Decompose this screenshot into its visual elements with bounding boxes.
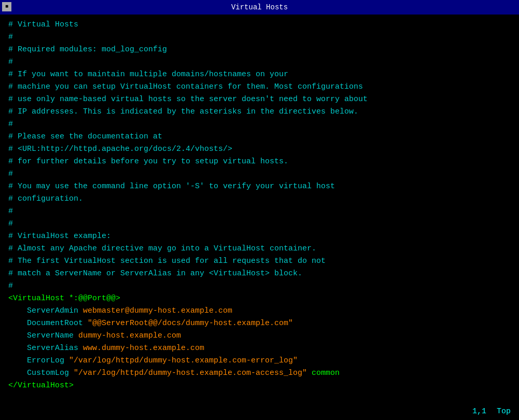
title-bar: ■ Virtual Hosts: [0, 0, 519, 15]
editor-line: ServerAlias www.dummy-host.example.com: [8, 342, 511, 355]
status-scroll: Top: [497, 405, 511, 418]
editor-line: #: [8, 205, 511, 218]
editor-line: #: [8, 168, 511, 180]
editor-line: # machine you can setup VirtualHost cont…: [8, 81, 511, 93]
editor-line: # Almost any Apache directive may go int…: [8, 243, 511, 255]
editor-line: # match a ServerName or ServerAlias in a…: [8, 268, 511, 280]
editor-line: # IP addresses. This is indicated by the…: [8, 106, 511, 118]
editor-line: #: [8, 31, 511, 44]
editor-line: </VirtualHost>: [8, 380, 511, 392]
editor-line: #: [8, 218, 511, 230]
editor-line: # The first VirtualHost section is used …: [8, 255, 511, 268]
editor-line: # use only name-based virtual hosts so t…: [8, 93, 511, 106]
editor-line: <VirtualHost *:@@Port@@>: [8, 292, 511, 305]
window-icon: ■: [2, 2, 11, 11]
editor-line: # Required modules: mod_log_config: [8, 44, 511, 56]
editor-line: DocumentRoot "@@ServerRoot@@/docs/dummy-…: [8, 317, 511, 330]
editor-line: # If you want to maintain multiple domai…: [8, 68, 511, 81]
editor-line: CustomLog "/var/log/httpd/dummy-host.exa…: [8, 367, 511, 380]
editor-line: # for further details before you try to …: [8, 156, 511, 168]
editor-line: # You may use the command line option '-…: [8, 180, 511, 193]
editor-container: ■ Virtual Hosts # Virtual Hosts## Requir…: [0, 0, 519, 420]
editor-line: #: [8, 56, 511, 68]
editor-line: # Please see the documentation at: [8, 131, 511, 143]
editor-line: ServerAdmin webmaster@dummy-host.example…: [8, 305, 511, 317]
editor-line: #: [8, 118, 511, 131]
status-position: 1,1: [472, 405, 486, 418]
editor-line: # VirtualHost example:: [8, 230, 511, 243]
editor-line: # <URL:http://httpd.apache.org/docs/2.4/…: [8, 143, 511, 156]
status-bar: 1,1 Top: [0, 403, 519, 420]
editor-line: # configuration.: [8, 193, 511, 205]
editor-content: # Virtual Hosts## Required modules: mod_…: [4, 17, 515, 394]
title-text: Virtual Hosts: [231, 2, 288, 13]
editor-line: # Virtual Hosts: [8, 19, 511, 31]
editor-line: ErrorLog "/var/log/httpd/dummy-host.exam…: [8, 355, 511, 367]
editor-line: ServerName dummy-host.example.com: [8, 330, 511, 342]
editor-line: #: [8, 280, 511, 292]
